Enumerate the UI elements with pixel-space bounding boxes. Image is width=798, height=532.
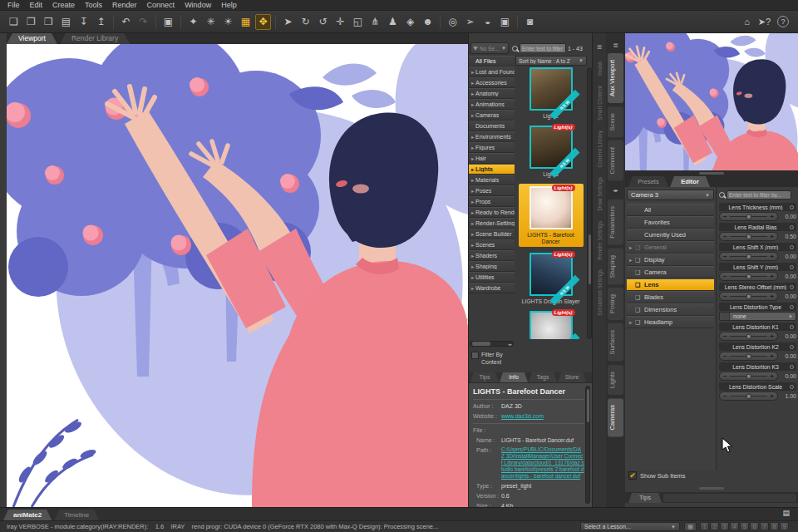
parameter-slider[interactable]: − +	[719, 252, 778, 261]
parameter-search-input[interactable]	[727, 190, 791, 200]
parameter-header[interactable]: Lens Distortion Scale	[719, 382, 796, 391]
parameter-header[interactable]: Lens Thickness (mm)	[719, 203, 796, 211]
snapshot-camera-icon[interactable]: ◙	[522, 14, 538, 30]
decrement-icon[interactable]: −	[723, 352, 727, 361]
gear-icon[interactable]	[790, 265, 794, 269]
new-icon[interactable]: ❏	[6, 14, 22, 30]
info-vscrollbar[interactable]	[585, 386, 590, 504]
category-item[interactable]: ► Figures	[469, 142, 515, 153]
pan-tool-icon[interactable]: ✥	[255, 14, 271, 30]
parameter-value[interactable]: 0.00	[778, 273, 796, 279]
content-thumbnail[interactable]: Light(s) NEW	[530, 253, 573, 296]
parameter-slider[interactable]: − +	[719, 392, 778, 401]
export-icon[interactable]: ↥	[93, 14, 109, 30]
category-item[interactable]: ► Render-Settings	[469, 218, 515, 229]
dock-tab[interactable]: Parameters	[608, 200, 623, 245]
category-item[interactable]: ► Scene Builder	[469, 229, 515, 239]
category-item[interactable]: ► Lights	[469, 164, 515, 175]
category-item[interactable]: ► Animations	[469, 99, 515, 110]
gear-icon[interactable]	[790, 245, 794, 249]
dock-tab[interactable]: Shaping	[608, 249, 623, 285]
category-item[interactable]: ► Shaping	[469, 261, 515, 272]
pane-menu-icon[interactable]: ≣	[606, 42, 625, 50]
increment-icon[interactable]: +	[770, 253, 774, 261]
param-group-item[interactable]: All	[627, 204, 714, 216]
decrement-icon[interactable]: −	[723, 213, 727, 221]
increment-icon[interactable]: +	[770, 233, 774, 241]
show-sub-items[interactable]: ✔ Show Sub Items	[628, 471, 686, 480]
param-group-item[interactable]: ❑ Blades	[627, 291, 714, 303]
grid-snap-icon[interactable]: ▦	[238, 14, 254, 30]
lesson-number-button[interactable]: 4	[730, 522, 739, 531]
category-item[interactable]: ► Cameras	[469, 110, 515, 121]
node-selector-dropdown[interactable]: Camera 3 ▼	[627, 190, 714, 200]
pointer-tool-icon[interactable]: ➤	[280, 14, 296, 30]
dock-tab[interactable]: Posing	[608, 288, 623, 320]
info-tab[interactable]: Tips	[470, 372, 499, 382]
category-item[interactable]: All Files	[469, 56, 515, 66]
viewport-tab[interactable]: Render Library	[60, 33, 130, 44]
dock-tab[interactable]: Surfaces	[608, 323, 623, 362]
sort-dropdown[interactable]: Sort by Name : A to Z ▼	[515, 56, 587, 66]
dock-tab[interactable]: Simulation Settings	[597, 269, 603, 316]
param-group-item[interactable]: ❑ Dimensions	[627, 303, 714, 316]
parameter-slider[interactable]: − +	[719, 292, 778, 301]
timeline-tab[interactable]: Timeline	[54, 510, 99, 520]
dock-tab[interactable]: Cameras	[608, 398, 623, 436]
checkbox-checked[interactable]: ✔	[628, 471, 637, 480]
parameter-value[interactable]: 0.50	[778, 234, 796, 239]
home-icon[interactable]: ⌂	[739, 14, 755, 30]
menu-item[interactable]: File	[2, 0, 25, 11]
category-item[interactable]: ► Materials	[469, 175, 515, 185]
geometry-tool-icon[interactable]: ◈	[402, 14, 418, 30]
menu-item[interactable]: Create	[47, 0, 80, 11]
parameter-header[interactable]: Lens Shift Y (mm)	[719, 263, 796, 271]
parameter-header[interactable]: Lens Stereo Offset (mm)	[719, 283, 796, 291]
lesson-number-button[interactable]: 8	[770, 522, 779, 531]
gear-icon[interactable]	[790, 225, 794, 229]
save-icon[interactable]: ▤	[58, 14, 74, 30]
lesson-number-button[interactable]: 9	[780, 522, 789, 531]
slider-thumb[interactable]	[746, 353, 751, 359]
actor-tool-icon[interactable]: ☻	[420, 14, 436, 30]
content-item[interactable]: Light(s) NEW Light3	[519, 126, 584, 178]
info-tab[interactable]: Store	[558, 372, 586, 382]
add-pointlight-icon[interactable]: ✳	[203, 14, 219, 30]
content-search-input[interactable]	[520, 43, 566, 53]
dock-tab[interactable]: Comment	[608, 140, 623, 181]
slider-track[interactable]	[730, 296, 768, 297]
category-item[interactable]: ► Shaders	[469, 250, 515, 261]
film-strip-icon[interactable]: ▤	[782, 509, 790, 517]
menu-item[interactable]: Help	[216, 0, 242, 11]
content-thumbnail[interactable]: Light(s) NEW	[530, 186, 573, 229]
decrement-icon[interactable]: −	[723, 372, 727, 381]
category-item[interactable]: ► Scenes	[469, 239, 515, 250]
expand-arrow-icon[interactable]: ►	[628, 258, 633, 263]
pane-menu-icon[interactable]: ≣	[597, 43, 603, 52]
lesson-number-button[interactable]: 6	[750, 522, 759, 531]
pane-splitter[interactable]	[625, 170, 798, 176]
slider-track[interactable]	[730, 356, 768, 357]
scale-tool-icon[interactable]: ◱	[350, 14, 366, 30]
scrollbar-thumb[interactable]	[587, 389, 589, 422]
parameter-value[interactable]: 0.00	[778, 214, 796, 219]
lesson-dropdown[interactable]: Select a Lesson... ▼	[580, 522, 680, 531]
param-group-item[interactable]: ► ❑ Display	[627, 254, 714, 266]
dock-tab[interactable]: Scene	[608, 106, 623, 137]
category-item[interactable]: ► Hair	[469, 153, 515, 164]
param-group-item[interactable]: Currently Used	[627, 229, 714, 241]
content-item[interactable]: Light(s) NEW LIGHTS - Barefoot Dancer	[519, 184, 584, 247]
slider-track[interactable]	[730, 276, 768, 277]
add-distantlight-icon[interactable]: ☀	[220, 14, 236, 30]
help-icon[interactable]: ?	[777, 16, 789, 27]
lesson-number-button[interactable]: 7	[760, 522, 769, 531]
parameter-value[interactable]: 0.00	[778, 353, 796, 359]
decrement-icon[interactable]: −	[723, 332, 727, 341]
decrement-icon[interactable]: −	[723, 233, 727, 241]
parameter-slider[interactable]: − +	[719, 372, 778, 381]
undo-icon[interactable]: ↶	[118, 14, 134, 30]
gear-icon[interactable]	[790, 325, 794, 329]
dock-tab[interactable]: Render Settings	[597, 221, 603, 260]
decrement-icon[interactable]: −	[723, 293, 727, 301]
gear-icon[interactable]	[790, 385, 794, 389]
